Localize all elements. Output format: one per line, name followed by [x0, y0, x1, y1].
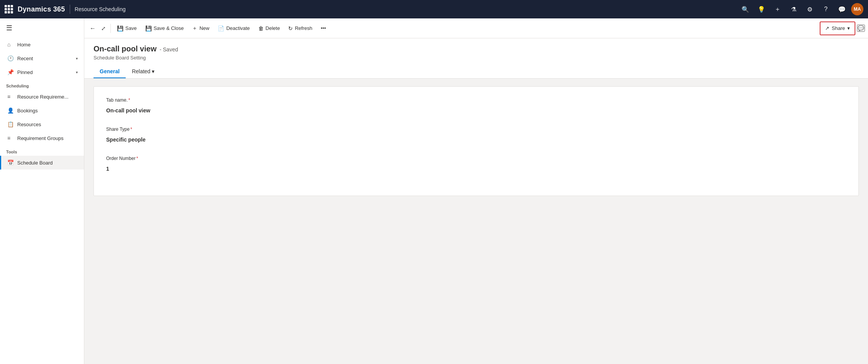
share-button[interactable]: ↗ Share ▾ [820, 21, 855, 35]
tab-related[interactable]: Related ▾ [126, 65, 161, 78]
page-status: - Saved [159, 46, 178, 53]
sidebar-item-pinned[interactable]: 📌 Pinned ▾ [0, 65, 84, 79]
sidebar-menu-button[interactable]: ☰ [0, 18, 84, 38]
sidebar-item-schedule-board[interactable]: 📅 Schedule Board [0, 156, 84, 170]
nav-divider [70, 5, 70, 14]
settings-button[interactable]: ⚙ [803, 2, 817, 16]
deactivate-icon: 📄 [218, 25, 224, 31]
save-label: Save [125, 25, 137, 31]
main-layout: ☰ ⌂ Home 🕐 Recent ▾ 📌 Pinned ▾ Schedulin… [0, 18, 868, 364]
page-header: On-call pool view - Saved Schedule Board… [84, 38, 868, 79]
app-grid-icon[interactable] [5, 5, 13, 13]
help-button[interactable]: ? [819, 2, 833, 16]
app-title: Dynamics 365 [18, 5, 65, 13]
share-chevron-icon: ▾ [847, 25, 850, 31]
sidebar-item-home-label: Home [17, 42, 31, 48]
tab-related-label: Related [132, 68, 150, 74]
bookings-icon: 👤 [7, 107, 13, 114]
top-navigation: Dynamics 365 Resource Scheduling 🔍 💡 ＋ ⚗… [0, 0, 868, 18]
save-close-icon: 💾 [145, 25, 152, 31]
share-type-value[interactable]: Specific people [106, 134, 846, 145]
sidebar-item-resource-requirements[interactable]: ≡ Resource Requireme... [0, 90, 84, 104]
tab-general[interactable]: General [94, 65, 126, 78]
req-groups-icon: ≡ [7, 135, 13, 141]
save-icon: 💾 [117, 25, 123, 31]
sidebar: ☰ ⌂ Home 🕐 Recent ▾ 📌 Pinned ▾ Schedulin… [0, 18, 84, 364]
new-icon: ＋ [192, 25, 197, 32]
scheduling-section-label: Scheduling [0, 79, 84, 90]
back-button[interactable]: ← [87, 23, 98, 34]
deactivate-button[interactable]: 📄 Deactivate [214, 21, 253, 35]
chat-record-button[interactable]: 💬 [857, 25, 865, 32]
page-title-row: On-call pool view - Saved [94, 44, 859, 53]
chat-button[interactable]: 💬 [835, 2, 849, 16]
toolbar-right: ↗ Share ▾ 💬 [820, 21, 865, 35]
user-avatar[interactable]: MA [851, 3, 863, 15]
recent-chevron-icon: ▾ [76, 56, 78, 61]
share-type-required-indicator: * [130, 127, 132, 132]
save-button[interactable]: 💾 Save [113, 21, 141, 35]
toolbar-sep-1 [110, 24, 111, 33]
order-number-label: Order Number * [106, 156, 846, 161]
delete-button[interactable]: 🗑 Delete [254, 21, 284, 35]
sidebar-item-recent[interactable]: 🕐 Recent ▾ [0, 51, 84, 65]
page-subtitle: Schedule Board Setting [94, 55, 859, 61]
tab-name-label: Tab name. * [106, 97, 846, 103]
top-nav-actions: 🔍 💡 ＋ ⚗ ⚙ ? 💬 MA [738, 2, 863, 16]
page-title: On-call pool view [94, 44, 156, 53]
order-number-field-group: Order Number * 1 [106, 156, 846, 174]
sidebar-item-req-groups-label: Requirement Groups [17, 135, 64, 141]
page-tabs: General Related ▾ [94, 65, 859, 78]
new-button[interactable]: ＋ New [188, 21, 213, 35]
sidebar-item-resource-req-label: Resource Requireme... [17, 94, 69, 100]
filter-button[interactable]: ⚗ [787, 2, 801, 16]
resource-req-icon: ≡ [7, 94, 13, 100]
share-type-label: Share Type * [106, 127, 846, 132]
pinned-icon: 📌 [7, 69, 13, 75]
sidebar-item-home[interactable]: ⌂ Home [0, 38, 84, 51]
module-title: Resource Scheduling [75, 6, 126, 12]
refresh-label: Refresh [295, 25, 312, 31]
save-close-button[interactable]: 💾 Save & Close [141, 21, 188, 35]
form-card: Tab name. * On-call pool view Share Type… [94, 86, 859, 196]
share-icon: ↗ [825, 25, 829, 31]
tools-section-label: Tools [0, 145, 84, 156]
schedule-board-icon: 📅 [7, 160, 13, 166]
sidebar-item-recent-label: Recent [17, 56, 33, 61]
order-number-value[interactable]: 1 [106, 163, 846, 174]
share-type-field-group: Share Type * Specific people [106, 127, 846, 145]
order-number-required-indicator: * [136, 156, 138, 161]
pinned-chevron-icon: ▾ [76, 70, 78, 74]
recent-icon: 🕐 [7, 55, 13, 61]
delete-label: Delete [266, 25, 280, 31]
sidebar-item-resources[interactable]: 📋 Resources [0, 117, 84, 131]
search-button[interactable]: 🔍 [738, 2, 752, 16]
home-icon: ⌂ [7, 41, 13, 48]
more-options-icon: ••• [321, 25, 326, 31]
sidebar-item-bookings[interactable]: 👤 Bookings [0, 104, 84, 117]
save-close-label: Save & Close [154, 25, 184, 31]
sidebar-item-resources-label: Resources [17, 122, 41, 127]
lightbulb-button[interactable]: 💡 [755, 2, 768, 16]
form-area: Tab name. * On-call pool view Share Type… [84, 79, 868, 364]
refresh-button[interactable]: ↻ Refresh [284, 21, 316, 35]
related-chevron-icon: ▾ [152, 68, 154, 74]
sidebar-item-requirement-groups[interactable]: ≡ Requirement Groups [0, 131, 84, 145]
refresh-icon: ↻ [288, 25, 293, 31]
content-area: ← ⤢ 💾 Save 💾 Save & Close ＋ New 📄 Deacti… [84, 18, 868, 364]
share-label: Share [832, 25, 845, 31]
more-options-button[interactable]: ••• [317, 21, 330, 35]
sidebar-item-pinned-label: Pinned [17, 69, 33, 75]
resources-icon: 📋 [7, 121, 13, 127]
delete-icon: 🗑 [258, 25, 264, 31]
expand-button[interactable]: ⤢ [99, 23, 108, 34]
sidebar-item-schedule-board-label: Schedule Board [17, 160, 53, 166]
sidebar-item-bookings-label: Bookings [17, 108, 38, 114]
tab-name-field-group: Tab name. * On-call pool view [106, 97, 846, 116]
add-button[interactable]: ＋ [771, 2, 784, 16]
tab-general-label: General [100, 68, 120, 74]
tab-name-value[interactable]: On-call pool view [106, 105, 846, 116]
new-label: New [199, 25, 209, 31]
tab-name-required-indicator: * [128, 97, 130, 103]
hamburger-icon: ☰ [6, 24, 12, 32]
